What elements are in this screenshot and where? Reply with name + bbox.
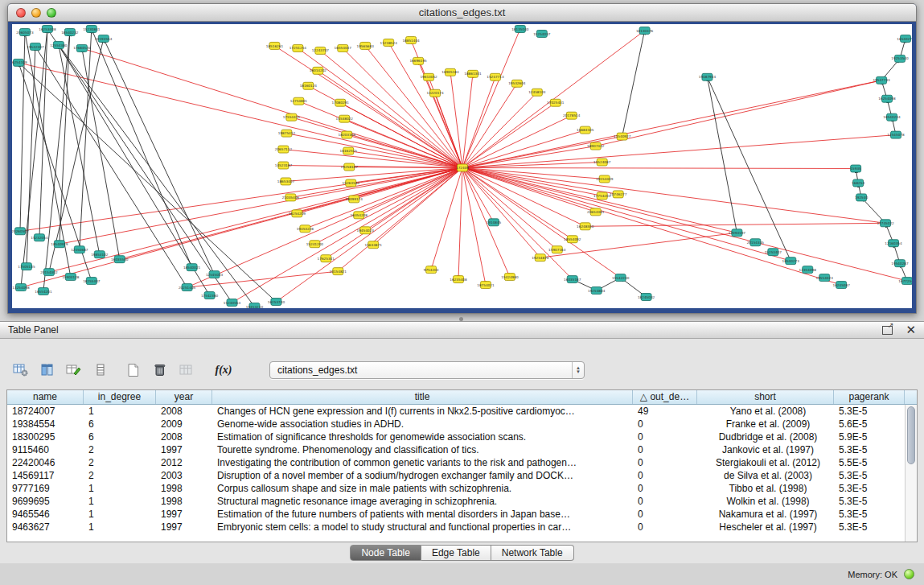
- graph-edge[interactable]: [458, 167, 462, 279]
- graph-node[interactable]: 19453228: [297, 225, 314, 233]
- graph-node[interactable]: 19487944: [699, 73, 717, 80]
- table-selector-dropdown[interactable]: citations_edges.txt ▲▼: [269, 361, 585, 379]
- graph-edge[interactable]: [462, 167, 885, 223]
- new-row-icon[interactable]: [122, 360, 144, 381]
- table-row[interactable]: 1830029562008Estimation of significance …: [7, 431, 917, 443]
- graph-node[interactable]: 17025431: [547, 99, 565, 106]
- graph-node[interactable]: 16684105: [577, 126, 594, 134]
- table-mode-icon[interactable]: [10, 360, 31, 381]
- table-row[interactable]: 946362711997Embryonic stem cells: a mode…: [7, 521, 917, 534]
- minimize-window-icon[interactable]: [31, 8, 41, 18]
- graph-node[interactable]: 17625341: [318, 255, 335, 262]
- window-titlebar[interactable]: citations_edges.txt: [8, 4, 916, 22]
- graph-node[interactable]: 16253408: [39, 25, 56, 32]
- column-header-year[interactable]: year: [156, 390, 212, 404]
- graph-node[interactable]: 20251405: [179, 284, 196, 291]
- graph-node[interactable]: 16905184: [441, 68, 459, 76]
- graph-edge[interactable]: [59, 45, 255, 307]
- graph-node[interactable]: 19154409: [596, 175, 614, 183]
- graph-node[interactable]: 17505135: [18, 263, 35, 270]
- graph-edge[interactable]: [47, 29, 232, 303]
- graph-node[interactable]: 12545033: [206, 271, 224, 278]
- scrollbar-thumb[interactable]: [907, 406, 915, 464]
- graph-node[interactable]: 16540272: [897, 35, 912, 42]
- graph-edge[interactable]: [82, 48, 462, 168]
- graph-node[interactable]: 16554037: [335, 44, 352, 51]
- graph-node[interactable]: 15263540: [343, 179, 360, 187]
- graph-node[interactable]: 172409: [456, 164, 469, 171]
- graph-edge[interactable]: [462, 135, 896, 168]
- graph-edge[interactable]: [35, 47, 187, 287]
- graph-node[interactable]: 15241200: [306, 241, 324, 248]
- graph-node[interactable]: 10746277: [610, 191, 627, 198]
- graph-node[interactable]: 18160124: [300, 82, 318, 89]
- graph-node[interactable]: 18540919: [51, 241, 68, 248]
- graph-edge[interactable]: [462, 167, 573, 239]
- graph-edge[interactable]: [707, 77, 737, 233]
- graph-edge[interactable]: [104, 39, 215, 274]
- graph-node[interactable]: 19554023: [816, 274, 834, 282]
- new-column-icon[interactable]: [63, 360, 84, 381]
- graph-node[interactable]: 17542360: [201, 292, 219, 299]
- graph-node[interactable]: 18135040: [511, 25, 529, 32]
- graph-node[interactable]: 19254804: [588, 287, 606, 295]
- close-panel-icon[interactable]: ✕: [906, 324, 916, 336]
- column-header-out_degree[interactable]: △ out_de…: [633, 390, 697, 404]
- graph-node[interactable]: 19565683: [357, 42, 375, 49]
- graph-node[interactable]: 19253540: [891, 55, 909, 62]
- graph-edge[interactable]: [314, 167, 462, 244]
- import-table-icon[interactable]: [175, 360, 197, 381]
- graph-node[interactable]: 15907163: [548, 246, 566, 253]
- graph-node[interactable]: 16696195: [409, 57, 427, 64]
- graph-node[interactable]: 16014202: [310, 67, 327, 74]
- graph-node[interactable]: 15634871: [365, 241, 383, 249]
- graph-node[interactable]: 18516261: [266, 42, 284, 49]
- graph-node[interactable]: 18851404: [402, 36, 420, 43]
- graph-node[interactable]: 19613052: [420, 73, 437, 80]
- table-row[interactable]: 1938455462009Genome-wide association stu…: [7, 418, 917, 431]
- column-header-short[interactable]: short: [697, 390, 834, 404]
- graph-node[interactable]: 18653407: [277, 178, 295, 185]
- graph-edge[interactable]: [462, 29, 520, 168]
- tab-node-table[interactable]: Node Table: [350, 545, 421, 561]
- graph-node[interactable]: 18540234: [883, 113, 901, 121]
- graph-node[interactable]: 192540: [855, 194, 868, 201]
- graph-node[interactable]: 16772540: [898, 278, 912, 285]
- graph-node[interactable]: 18907442: [587, 142, 605, 150]
- graph-edge[interactable]: [622, 31, 645, 137]
- graph-node[interactable]: 18861301: [464, 70, 482, 77]
- show-columns-icon[interactable]: [36, 360, 58, 381]
- graph-edge[interactable]: [283, 150, 462, 168]
- graph-node[interactable]: 20654381: [587, 208, 605, 216]
- graph-node[interactable]: 12458103: [528, 89, 546, 96]
- graph-node[interactable]: 19542307: [27, 43, 44, 50]
- graph-node[interactable]: 19258107: [341, 163, 359, 171]
- graph-edge[interactable]: [20, 167, 462, 231]
- graph-edge[interactable]: [60, 167, 462, 244]
- graph-node[interactable]: 18245032: [638, 294, 655, 301]
- graph-node[interactable]: 13220174: [426, 89, 444, 97]
- graph-node[interactable]: 18099174: [346, 196, 363, 203]
- graph-edge[interactable]: [276, 167, 462, 302]
- function-builder-icon[interactable]: f(x): [210, 364, 237, 377]
- graph-edge[interactable]: [596, 80, 881, 146]
- graph-node[interactable]: 18540232: [61, 28, 79, 35]
- graph-edge[interactable]: [462, 167, 486, 285]
- graph-edge[interactable]: [49, 167, 462, 272]
- graph-node[interactable]: 11540927: [614, 133, 631, 140]
- graph-node[interactable]: 19254870: [532, 254, 549, 262]
- tab-network-table[interactable]: Network Table: [491, 545, 574, 561]
- graph-node[interactable]: 18255407: [83, 278, 101, 285]
- graph-node[interactable]: 15542230: [612, 274, 630, 282]
- column-header-pagerank[interactable]: pagerank: [834, 390, 905, 404]
- graph-node[interactable]: 17745022: [877, 220, 894, 227]
- graph-node[interactable]: 15232054: [31, 234, 48, 241]
- graph-node[interactable]: 20154302: [40, 269, 58, 276]
- column-header-name[interactable]: name: [7, 390, 84, 404]
- graph-edge[interactable]: [462, 167, 856, 168]
- graph-node[interactable]: 12545078: [887, 131, 905, 138]
- graph-node[interactable]: 19453210: [246, 303, 264, 308]
- graph-edge[interactable]: [18, 63, 276, 302]
- graph-node[interactable]: 16253740: [268, 299, 285, 306]
- column-header-title[interactable]: title: [212, 390, 633, 404]
